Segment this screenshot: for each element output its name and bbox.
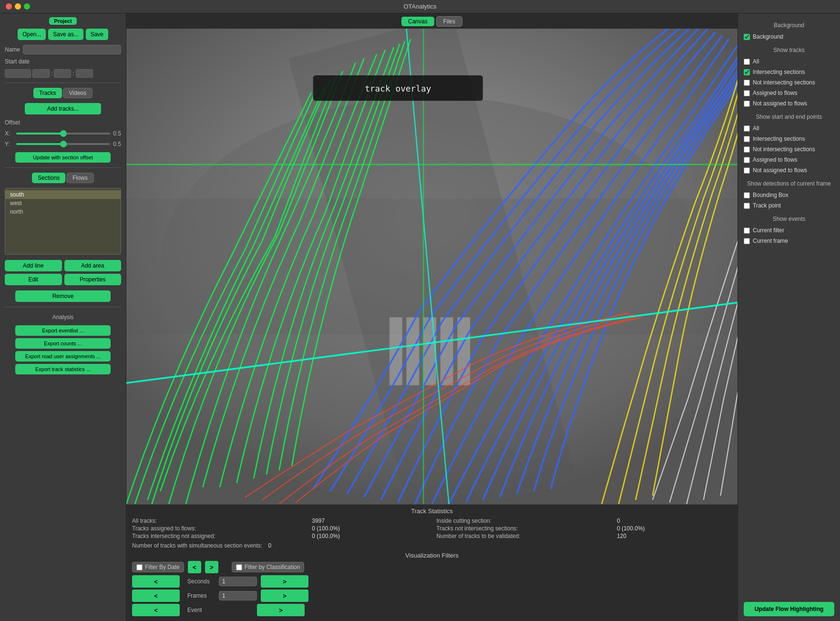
- tab-files[interactable]: Files: [436, 16, 462, 27]
- frames-input[interactable]: [219, 591, 257, 600]
- tracks-intersecting-value: 0 (100.0%): [312, 533, 427, 539]
- se-not-assigned-cb[interactable]: [744, 167, 750, 174]
- inside-cutting-value: 0: [617, 518, 732, 524]
- export-track-stats-button[interactable]: Export track statistics ...: [15, 364, 111, 374]
- filter-by-class-label[interactable]: Filter by Classification: [232, 562, 305, 572]
- maximize-button[interactable]: [24, 3, 30, 10]
- se-all-cb[interactable]: [744, 125, 750, 132]
- tab-videos[interactable]: Videos: [63, 88, 92, 98]
- current-filter-label: Current filter: [753, 227, 784, 234]
- track-point-cb[interactable]: [744, 203, 750, 209]
- tracks-intersecting-cb[interactable]: [744, 69, 750, 75]
- show-start-end-label: Show start and end points: [744, 114, 834, 120]
- seconds-filter-row: < Seconds >: [132, 575, 732, 588]
- bounding-box-label: Bounding Box: [753, 192, 789, 198]
- close-button[interactable]: [6, 3, 12, 10]
- se-not-intersecting-cb[interactable]: [744, 146, 750, 153]
- save-as-button[interactable]: Save as...: [48, 29, 83, 40]
- analysis-label: Analysis: [5, 314, 121, 321]
- tracks-assigned-value: 0 (100.0%): [312, 525, 427, 532]
- tab-canvas[interactable]: Canvas: [401, 17, 434, 26]
- tracks-assigned-flows-cb[interactable]: [744, 90, 750, 96]
- tracks-intersecting-label: Intersecting sections: [753, 69, 805, 75]
- remove-button[interactable]: Remove: [15, 290, 111, 302]
- sections-list: south west north: [5, 188, 121, 255]
- all-tracks-label: All tracks:: [132, 518, 302, 524]
- update-section-offset-button[interactable]: Update with section offset: [15, 152, 111, 163]
- y-offset-slider[interactable]: [16, 143, 110, 145]
- export-road-user-button[interactable]: Export road user assignments ...: [15, 351, 111, 362]
- minimize-button[interactable]: [15, 3, 21, 10]
- add-area-button[interactable]: Add area: [64, 260, 122, 271]
- date-next-btn[interactable]: >: [205, 561, 218, 573]
- tracks-not-intersecting-cb[interactable]: [744, 80, 750, 86]
- export-counts-button[interactable]: Export counts ...: [15, 338, 111, 349]
- simultaneous-label: Number of tracks with simultaneous secti…: [132, 542, 262, 549]
- center-panel: Canvas Files: [126, 13, 738, 621]
- x-offset-slider[interactable]: [16, 133, 110, 135]
- hour-input[interactable]: [32, 69, 50, 78]
- show-detections-label: Show detections of current frame: [744, 180, 834, 187]
- add-tracks-button[interactable]: Add tracks...: [25, 103, 101, 114]
- open-button[interactable]: Open...: [18, 29, 46, 40]
- tracks-not-intersecting-label: Not intersecting sections: [753, 79, 815, 86]
- tab-flows[interactable]: Flows: [66, 173, 93, 183]
- se-intersecting-cb[interactable]: [744, 136, 750, 142]
- section-item-south[interactable]: south: [5, 190, 121, 199]
- se-all-label: All: [753, 125, 759, 132]
- name-input[interactable]: [23, 45, 121, 54]
- top-tabbar: Canvas Files: [126, 13, 738, 29]
- edit-button[interactable]: Edit: [5, 274, 62, 285]
- frames-filter-row: < Frames >: [132, 590, 732, 602]
- date-prev-btn[interactable]: <: [188, 561, 201, 573]
- filter-by-class-cb[interactable]: [236, 564, 242, 570]
- filter-by-date-label[interactable]: Filter By Date: [132, 562, 184, 572]
- event-next-btn[interactable]: >: [257, 604, 305, 616]
- current-frame-cb[interactable]: [744, 238, 750, 244]
- export-eventlist-button[interactable]: Export eventlist ...: [15, 325, 111, 336]
- event-label: Event: [187, 607, 211, 613]
- seconds-input[interactable]: [219, 577, 257, 586]
- section-item-west[interactable]: west: [5, 199, 121, 207]
- tracks-intersecting-label: Tracks intersecting not assigned:: [132, 533, 302, 539]
- add-line-button[interactable]: Add line: [5, 260, 62, 271]
- seconds-prev-btn[interactable]: <: [132, 575, 180, 588]
- tracks-assigned-flows-label: Assigned to flows: [753, 90, 797, 96]
- canvas-svg: track overlay: [126, 29, 738, 504]
- right-panel: Background Background Show tracks All In…: [738, 13, 840, 621]
- event-prev-btn[interactable]: <: [132, 604, 180, 616]
- not-intersecting-value: 0 (100.0%): [617, 525, 732, 532]
- svg-rect-4: [389, 317, 402, 385]
- section-item-north[interactable]: north: [5, 207, 121, 216]
- tracks-all-cb[interactable]: [744, 59, 750, 65]
- show-tracks-label: Show tracks: [744, 47, 834, 53]
- event-filter-row: < Event >: [132, 604, 732, 616]
- update-flow-highlighting-button[interactable]: Update Flow Highlighting: [744, 602, 834, 616]
- date-input[interactable]: [5, 69, 31, 78]
- save-button[interactable]: Save: [86, 29, 108, 40]
- name-label: Name: [5, 46, 20, 53]
- inside-cutting-label: Inside cutting section:: [436, 518, 607, 524]
- x-value: 0.5: [113, 130, 121, 137]
- minute-input[interactable]: [54, 69, 71, 78]
- properties-button[interactable]: Properties: [64, 274, 122, 285]
- bounding-box-cb[interactable]: [744, 192, 750, 198]
- se-assigned-cb[interactable]: [744, 157, 750, 163]
- track-point-label: Track point: [753, 202, 781, 209]
- tab-sections[interactable]: Sections: [32, 173, 65, 183]
- tab-tracks[interactable]: Tracks: [33, 88, 62, 98]
- frames-label: Frames: [187, 592, 211, 599]
- frames-prev-btn[interactable]: <: [132, 590, 180, 602]
- tracks-not-assigned-flows-cb[interactable]: [744, 101, 750, 107]
- current-filter-cb[interactable]: [744, 228, 750, 234]
- se-assigned-label: Assigned to flows: [753, 156, 797, 163]
- second-input[interactable]: [76, 69, 93, 78]
- background-cb[interactable]: [744, 34, 750, 40]
- frames-next-btn[interactable]: >: [261, 590, 308, 602]
- left-panel: Project Open... Save as... Save Name Sta…: [0, 13, 126, 621]
- show-events-label: Show events: [744, 216, 834, 222]
- seconds-next-btn[interactable]: >: [261, 575, 308, 588]
- canvas-area[interactable]: track overlay: [126, 29, 738, 504]
- filter-by-date-cb[interactable]: [136, 564, 143, 570]
- tracks-assigned-label: Tracks assigned to flows:: [132, 525, 302, 532]
